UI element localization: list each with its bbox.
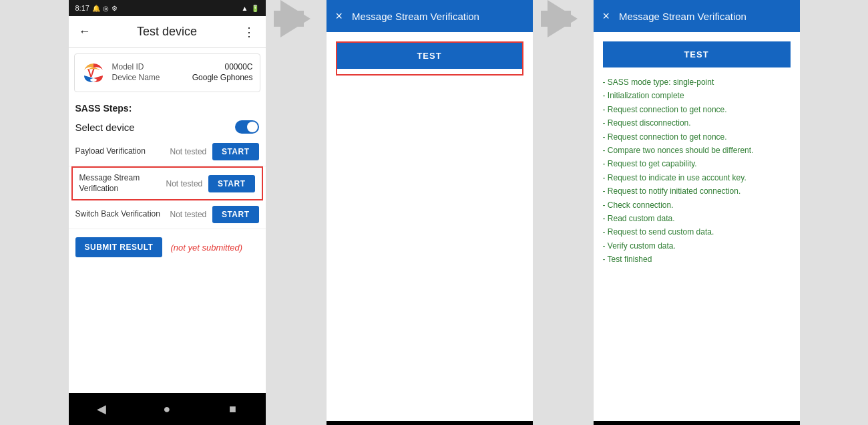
dialog-2-close-icon[interactable]: × <box>603 9 610 23</box>
result-line: - Initialization complete <box>603 89 791 102</box>
model-id-label: Model ID <box>112 62 144 72</box>
dialog-2-body: TEST - SASS mode type: single-point- Ini… <box>594 32 800 421</box>
not-submitted-text: (not yet submitted) <box>170 243 242 253</box>
result-line: - Compare two nonces should be different… <box>603 144 791 157</box>
select-device-toggle[interactable] <box>235 120 259 134</box>
model-id-value: 00000C <box>224 62 252 72</box>
device-name-label: Device Name <box>112 73 160 82</box>
device-name-row: Device Name Google Gphones <box>112 73 253 82</box>
start-switchback-button[interactable]: START <box>212 206 259 223</box>
dialog-1-body: TEST <box>327 32 533 421</box>
location-icon: ◎ <box>103 5 109 12</box>
result-line: - Request disconnection. <box>603 116 791 130</box>
step-row-switchback: Switch Back Verification Not tested STAR… <box>69 200 266 229</box>
select-device-label: Select device <box>75 122 135 133</box>
step-switchback-status: Not tested <box>168 210 208 219</box>
step-row-payload: Payload Verification Not tested START <box>69 138 266 166</box>
status-bar-right: ▲ 🔋 <box>242 5 259 12</box>
device-name-value: Google Gphones <box>192 73 253 82</box>
top-bar: ← Test device ⋮ <box>69 16 266 48</box>
phone-screen: 8:17 🔔 ◎ ⚙ ▲ 🔋 ← Test device ⋮ V <box>69 0 266 425</box>
dialog-1: × Message Stream Verification TEST <box>326 0 533 425</box>
arrow-shape-2 <box>548 0 578 37</box>
step-payload-label: Payload Verification <box>75 146 164 157</box>
step-payload-status: Not tested <box>168 147 208 156</box>
result-line: - Verify custom data. <box>603 239 791 253</box>
status-bar: 8:17 🔔 ◎ ⚙ ▲ 🔋 <box>69 0 266 16</box>
battery-icon: 🔋 <box>251 5 259 12</box>
dialog-1-footer <box>327 421 533 425</box>
result-text: - SASS mode type: single-point- Initiali… <box>603 73 791 266</box>
dialog-1-title: Message Stream Verification <box>352 11 479 22</box>
dialog-1-header: × Message Stream Verification <box>327 0 533 32</box>
settings-icon: ⚙ <box>112 5 118 12</box>
step-message-stream-status: Not tested <box>164 179 204 188</box>
nav-home-button[interactable]: ● <box>159 401 175 417</box>
navigation-bar: ◀ ● ■ <box>69 393 266 425</box>
result-line: - SASS mode type: single-point <box>603 76 791 89</box>
phone-content: ← Test device ⋮ V Model ID 00000C <box>69 16 266 393</box>
back-button[interactable]: ← <box>74 21 95 43</box>
result-line: - Request to indicate in use account key… <box>603 171 791 184</box>
app-logo: V <box>81 61 105 85</box>
dialog-1-close-icon[interactable]: × <box>336 9 343 23</box>
status-bar-left: 8:17 🔔 ◎ ⚙ <box>75 4 118 12</box>
result-line: - Test finished <box>603 253 791 266</box>
page-title: Test device <box>137 25 197 39</box>
model-id-row: Model ID 00000C <box>112 62 253 72</box>
start-payload-button[interactable]: START <box>212 143 259 160</box>
start-message-stream-button[interactable]: START <box>208 175 255 192</box>
nav-back-button[interactable]: ◀ <box>93 401 110 417</box>
result-line: - Request to send custom data. <box>603 225 791 239</box>
submit-result-button[interactable]: SUBMIT RESULT <box>75 237 163 257</box>
test-button-1[interactable]: TEST <box>337 43 522 69</box>
step-switchback-label: Switch Back Verification <box>75 209 164 220</box>
dialog-2-footer <box>594 421 800 425</box>
step-row-message-stream-highlighted: Message StreamVerification Not tested ST… <box>71 166 263 200</box>
status-time: 8:17 <box>75 4 89 12</box>
device-info-card: V Model ID 00000C Device Name Google Gph… <box>74 53 260 92</box>
notification-icon: 🔔 <box>92 5 100 12</box>
device-fields: Model ID 00000C Device Name Google Gphon… <box>112 62 253 84</box>
submit-row: SUBMIT RESULT (not yet submitted) <box>69 229 266 265</box>
arrow-shape-1 <box>280 0 310 37</box>
select-device-row: Select device <box>69 116 266 138</box>
result-line: - Request to get capability. <box>603 157 791 170</box>
result-line: - Request connection to get nonce. <box>603 103 791 116</box>
test-btn-1-wrapper: TEST <box>336 41 523 76</box>
arrow-1 <box>266 0 326 37</box>
wifi-icon: ▲ <box>242 5 248 12</box>
result-line: - Check connection. <box>603 198 791 212</box>
result-line: - Request to notify initiated connection… <box>603 184 791 198</box>
test-button-2[interactable]: TEST <box>603 41 791 67</box>
sass-steps-title: SASS Steps: <box>69 98 266 116</box>
step-message-stream-label: Message StreamVerification <box>79 173 160 194</box>
menu-button[interactable]: ⋮ <box>238 21 260 43</box>
result-line: - Request connection to get nonce. <box>603 130 791 144</box>
result-line: - Read custom data. <box>603 212 791 225</box>
arrow-2 <box>533 0 593 37</box>
nav-recent-button[interactable]: ■ <box>224 401 240 417</box>
dialog-2: × Message Stream Verification TEST - SAS… <box>593 0 800 425</box>
dialog-2-header: × Message Stream Verification <box>594 0 800 32</box>
step-row-message-stream: Message StreamVerification Not tested ST… <box>73 168 262 199</box>
dialog-2-title: Message Stream Verification <box>619 11 746 22</box>
